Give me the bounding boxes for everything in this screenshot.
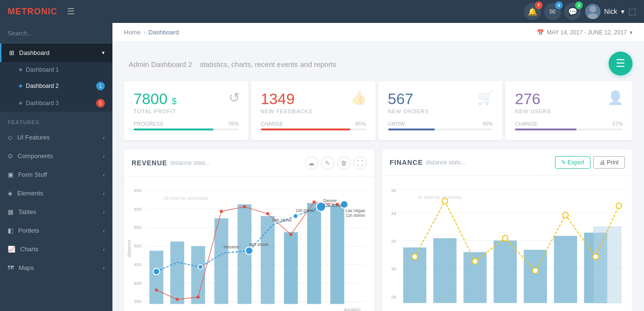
stat-card-profit: ↺ 7800 $ TOTAL PROFIT PROGRESS 76% [124,81,248,140]
progress-bar-users [515,129,623,130]
svg-rect-32 [266,213,269,215]
chat-badge: 3 [575,1,583,9]
svg-text:28: 28 [391,294,396,300]
user-menu[interactable]: Nick ▾ [585,4,624,19]
revenue-svg-chart: 650 600 550 500 450 400 350 distance dur… [124,177,375,311]
chart-panels: REVENUE distance stats... ☁ ✎ 🗑 ⛶ 650 60… [112,150,644,311]
sidebar-item-charts[interactable]: 📈 Charts ‹ [0,240,112,258]
cloud-upload-button[interactable]: ☁ [305,156,318,170]
chevron-right-icon: ‹ [103,191,105,196]
dashboard2-badge: 1 [96,82,105,90]
hamburger-icon[interactable]: ☰ [67,6,75,17]
breadcrumb: Home › Dashboard [124,29,179,36]
elements-icon: ◈ [8,190,12,197]
svg-rect-33 [289,233,292,236]
page-subtitle: statistics, charts, recent events and re… [200,60,336,68]
export-button[interactable]: ✎ Export [555,156,590,169]
svg-text:08h 20min: 08h 20min [272,218,292,223]
sidebar-item-dashboard2[interactable]: Dashboard 2 1 [0,77,112,95]
search-input[interactable] [8,30,105,37]
sidebar-item-elements[interactable]: ◈ Elements ‹ [0,184,112,203]
sidebar-item-tables[interactable]: ▦ Tables ‹ [0,203,112,221]
sidebar-item-ui-features[interactable]: ◇ UI Features ‹ [0,128,112,147]
breadcrumb-bar: Home › Dashboard 📅 MAY 14, 2017 - JUNE 1… [112,23,644,42]
svg-text:36: 36 [391,188,396,193]
svg-rect-23 [261,216,275,304]
notifications-badge: 7 [535,1,543,9]
svg-rect-64 [493,241,516,303]
progress-fill-users [515,129,577,130]
dashboard-icon: ⊞ [9,49,14,56]
stat-unit-profit: $ [172,97,177,106]
sidebar-item-form-stuff[interactable]: ▣ Form Stuff ‹ [0,165,112,184]
svg-text:450: 450 [134,262,142,267]
svg-rect-24 [284,232,298,304]
delete-button[interactable]: 🗑 [337,156,351,170]
progress-label-users: CHANGE [515,121,537,127]
portlets-icon: ◧ [8,227,13,234]
svg-point-36 [153,268,160,275]
svg-point-69 [412,254,418,260]
stat-card-users: 👤 276 NEW USERS CHANGE 57% [505,81,633,140]
sidebar-sub-label: Dashboard 3 [26,100,59,107]
svg-text:350: 350 [134,299,142,304]
brand-logo: METRONIC [8,7,57,17]
svg-text:500: 500 [134,243,142,248]
progress-label-feedbacks: CHANGE [261,121,283,127]
components-icon: ⊙ [8,152,13,160]
sidebar-item-label: Dashboard [19,49,50,56]
progress-label-orders: GROW [388,121,405,127]
chat-button[interactable]: 💬 3 [564,3,581,20]
sidebar-item-dashboard[interactable]: ⊞ Dashboard ▾ [0,43,112,62]
sidebar-search-container [0,23,112,43]
expand-button[interactable]: ⛶ [354,156,367,170]
sidebar-item-label: UI Features [17,134,50,141]
sidebar-item-components[interactable]: ⊙ Components ‹ [0,147,112,165]
svg-text:10h 00min: 10h 00min [296,209,315,214]
dot-icon [19,102,22,105]
edit-button[interactable]: ✎ [321,156,334,170]
svg-point-39 [293,214,298,218]
progress-bar-orders [388,129,493,130]
svg-point-71 [472,258,478,264]
logout-icon[interactable]: ⬚ [628,6,636,17]
feedbacks-icon: 👍 [350,90,367,106]
stat-value-profit: 7800 $ [133,91,239,107]
revenue-chart-actions: ☁ ✎ 🗑 ⛶ [305,156,367,170]
print-button[interactable]: 🖨 Print [593,156,625,169]
svg-point-73 [533,268,538,274]
notifications-bell-button[interactable]: 🔔 7 [524,3,541,20]
sidebar-item-portlets[interactable]: ◧ Portlets ‹ [0,221,112,240]
messages-button[interactable]: ✉ 4 [544,3,561,20]
svg-point-74 [563,213,568,218]
dot-icon [19,68,22,71]
sidebar-item-maps[interactable]: 🗺 Maps ‹ [0,258,112,277]
finance-svg-chart: 36 34 32 30 28 [382,176,633,311]
fab-button[interactable]: ☰ [609,52,633,75]
svg-text:distance: distance [126,240,132,257]
svg-text:JS chart by amCharts: JS chart by amCharts [163,195,208,201]
svg-rect-18 [149,251,163,304]
sidebar-item-dashboard3[interactable]: Dashboard 3 5 [0,95,112,112]
avatar [585,4,600,19]
chevron-right-icon: ‹ [103,153,105,159]
svg-text:34: 34 [391,211,396,216]
page-title: Admin Dashboard 2 statistics, charts, re… [124,57,336,69]
finance-chart-header: FINANCE distance stats... ✎ Export 🖨 Pri… [382,150,633,176]
svg-text:400: 400 [134,280,142,286]
breadcrumb-home[interactable]: Home [124,29,141,36]
svg-rect-31 [243,205,246,208]
stat-card-feedbacks: 👍 1349 NEW FEEDBACKS CHANGE 85% [251,81,376,140]
users-icon: 👤 [607,90,624,106]
dashboard3-badge: 5 [96,99,105,107]
stat-label-feedbacks: NEW FEEDBACKS [261,108,366,114]
svg-text:550: 550 [134,225,142,230]
finance-chart-actions: ✎ Export 🖨 Print [555,156,625,169]
ui-features-icon: ◇ [8,134,12,141]
brand-suffix: NIC [41,7,57,16]
svg-rect-20 [191,246,205,304]
date-range-picker[interactable]: 📅 MAY 14, 2017 - JUNE 12, 2017 ▾ [537,29,633,36]
svg-text:13h 20min: 13h 20min [323,203,343,208]
sidebar-item-dashboard1[interactable]: Dashboard 1 [0,62,112,77]
svg-point-37 [198,265,203,269]
